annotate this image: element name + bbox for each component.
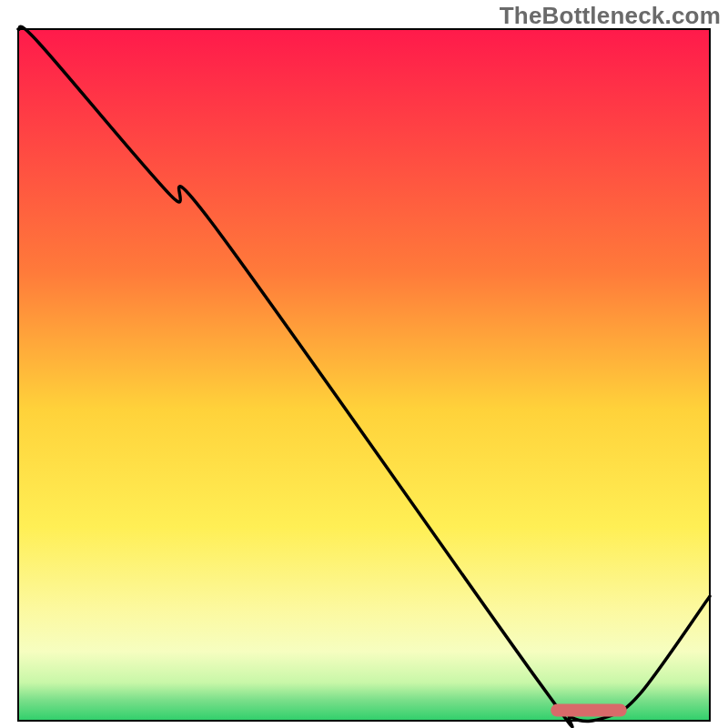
- chart-background: [18, 29, 710, 721]
- bottleneck-chart: [0, 0, 728, 728]
- watermark-text: TheBottleneck.com: [500, 2, 721, 30]
- chart-container: TheBottleneck.com: [0, 0, 728, 728]
- optimal-zone-marker: [551, 704, 627, 717]
